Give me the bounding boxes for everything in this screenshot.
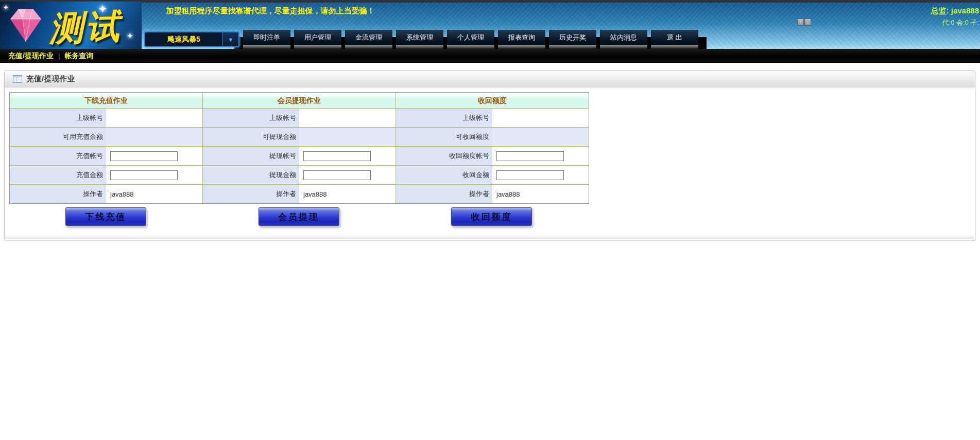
- table-row: 收回金额: [396, 166, 589, 185]
- logo-text: 测试: [48, 4, 122, 49]
- field-label: 操作者: [203, 185, 299, 203]
- button-cell: 会员提现: [202, 207, 396, 226]
- admin-counts-line: 代:0 会:0 子:: [931, 18, 979, 27]
- field-label: 收回额度帐号: [396, 147, 492, 165]
- subnav-bar: 充值/提现作业 | 帐务查询: [0, 49, 980, 63]
- field-label: 充值金额: [10, 166, 106, 184]
- nav-tab-cashflow-management[interactable]: 金流管理: [345, 30, 392, 45]
- field-value: [492, 147, 589, 165]
- text-input[interactable]: [110, 151, 178, 161]
- field-value: [299, 128, 396, 146]
- page: ✦ ✦ ✦ 测试 加盟租用程序尽量找靠谱代理，尽量走担保，请勿上当受骗！ 总监:…: [0, 0, 980, 440]
- nav-tab-instant-orders[interactable]: 即时注单: [243, 30, 290, 45]
- table-row: 操作者java888: [10, 185, 202, 203]
- field-value: [106, 128, 202, 146]
- field-label: 操作者: [396, 185, 492, 203]
- field-value: [106, 147, 202, 165]
- field-label: 上级帐号: [203, 109, 299, 127]
- field-label: 上级帐号: [10, 109, 106, 127]
- field-value: [492, 166, 589, 184]
- field-value: [299, 147, 396, 165]
- field-label: 操作者: [10, 185, 106, 203]
- field-value: java888: [299, 185, 396, 203]
- field-value: [106, 109, 202, 127]
- text-input[interactable]: [303, 170, 371, 180]
- text-input[interactable]: [496, 170, 564, 180]
- column-header: 会员提现作业: [203, 93, 396, 109]
- admin-role-label: 总监:: [931, 6, 949, 15]
- nav-tab-history-draws[interactable]: 历史开奖: [549, 30, 596, 45]
- worksheet-column: 收回额度上级帐号可收回额度收回额度帐号收回金额操作者java888: [396, 93, 589, 203]
- button-cell: 收回额度: [395, 207, 588, 226]
- field-value: [106, 166, 202, 184]
- game-selector-dropdown[interactable]: 飚速风暴5 ▼: [144, 31, 239, 47]
- marquee-scroll-buttons: ↑ ↓: [797, 19, 811, 26]
- field-label: 提现金额: [203, 166, 299, 184]
- field-label: 上级帐号: [396, 109, 492, 127]
- nav-tab-user-management[interactable]: 用户管理: [294, 30, 341, 45]
- nav-tab-system-management[interactable]: 系统管理: [396, 30, 443, 45]
- action-button[interactable]: 收回额度: [451, 207, 532, 226]
- subnav-separator: |: [58, 52, 60, 60]
- text-input[interactable]: [110, 170, 178, 180]
- field-label: 提现帐号: [203, 147, 299, 165]
- text-input[interactable]: [496, 151, 564, 161]
- column-header: 下线充值作业: [10, 93, 202, 109]
- field-value: [299, 109, 396, 127]
- game-selector-label: 飚速风暴5: [145, 32, 222, 46]
- field-label: 可收回额度: [396, 128, 492, 146]
- field-value: java888: [492, 185, 589, 203]
- sparkle-icon: ✦: [3, 4, 9, 11]
- field-value: [492, 128, 589, 146]
- field-value: [299, 166, 396, 184]
- action-button[interactable]: 会员提现: [259, 207, 339, 226]
- table-row: 可收回额度: [396, 128, 589, 147]
- button-cell: 下线充值: [9, 207, 202, 226]
- nav-tab-report-query[interactable]: 报表查询: [498, 30, 545, 45]
- top-banner: ✦ ✦ ✦ 测试 加盟租用程序尽量找靠谱代理，尽量走担保，请勿上当受骗！ 总监:…: [0, 3, 980, 49]
- scroll-up-button[interactable]: ↑: [797, 19, 804, 26]
- content-panel: 充值/提现作业 下线充值作业上级帐号可用充值余额充值帐号充值金额操作者java8…: [4, 71, 975, 240]
- subnav-link-account-query[interactable]: 帐务查询: [64, 51, 93, 61]
- table-row: 收回额度帐号: [396, 147, 589, 166]
- grid-icon: [13, 75, 22, 83]
- sparkle-icon: ✦: [127, 31, 133, 41]
- panel-body: 下线充值作业上级帐号可用充值余额充值帐号充值金额操作者java888会员提现作业…: [5, 87, 975, 226]
- subnav-link-recharge-withdraw[interactable]: 充值/提现作业: [8, 51, 54, 61]
- table-row: 上级帐号: [396, 109, 589, 128]
- announcement-marquee: 加盟租用程序尽量找靠谱代理，尽量走担保，请勿上当受骗！: [154, 6, 386, 16]
- table-row: 操作者java888: [203, 185, 396, 203]
- field-value: java888: [106, 185, 202, 203]
- nav-tab-site-messages[interactable]: 站内消息: [600, 30, 647, 45]
- field-label: 可用充值余额: [10, 128, 106, 146]
- table-row: 上级帐号: [203, 109, 396, 128]
- table-row: 可提现金额: [203, 128, 396, 147]
- panel-header: 充值/提现作业: [5, 71, 975, 87]
- field-label: 可提现金额: [203, 128, 299, 146]
- worksheet-column: 会员提现作业上级帐号可提现金额提现帐号提现金额操作者java888: [202, 93, 396, 203]
- table-row: 可用充值余额: [10, 128, 202, 147]
- worksheet-column: 下线充值作业上级帐号可用充值余额充值帐号充值金额操作者java888: [10, 93, 202, 203]
- field-value: [492, 109, 589, 127]
- scroll-down-button[interactable]: ↓: [804, 19, 811, 26]
- diamond-logo-icon: [3, 6, 48, 45]
- table-row: 提现金额: [203, 166, 396, 185]
- field-label: 收回金额: [396, 166, 492, 184]
- nav-tab-logout[interactable]: 退 出: [651, 30, 698, 45]
- admin-username: java888: [951, 6, 979, 15]
- text-input[interactable]: [303, 151, 371, 161]
- table-row: 充值金额: [10, 166, 202, 185]
- table-row: 提现帐号: [203, 147, 396, 166]
- table-row: 充值帐号: [10, 147, 202, 166]
- worksheet-table: 下线充值作业上级帐号可用充值余额充值帐号充值金额操作者java888会员提现作业…: [9, 92, 589, 204]
- table-row: 上级帐号: [10, 109, 202, 128]
- site-logo: ✦ ✦ ✦ 测试: [0, 2, 142, 49]
- field-label: 充值帐号: [10, 147, 106, 165]
- table-row: 操作者java888: [396, 185, 589, 203]
- action-button[interactable]: 下线充值: [65, 207, 146, 226]
- chevron-down-icon[interactable]: ▼: [222, 32, 238, 46]
- column-header: 收回额度: [396, 93, 589, 109]
- admin-account-line: 总监: java888: [931, 6, 979, 16]
- page-title: 充值/提现作业: [26, 74, 75, 84]
- nav-tab-personal-management[interactable]: 个人管理: [447, 30, 494, 45]
